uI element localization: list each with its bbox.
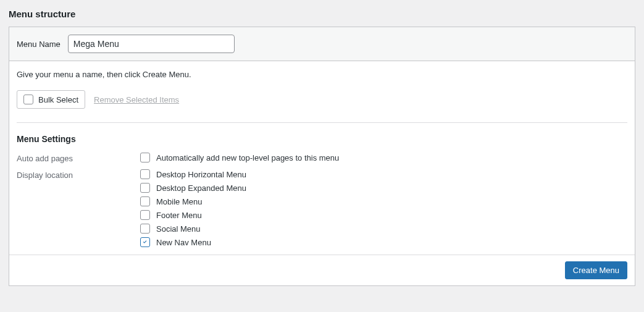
display-location-option[interactable]: New Nav Menu	[140, 237, 246, 247]
display-location-option[interactable]: Mobile Menu	[140, 196, 246, 206]
separator	[17, 122, 627, 123]
auto-add-option-label: Automatically add new top-level pages to…	[156, 153, 339, 162]
panel-body: Give your menu a name, then click Create…	[9, 61, 635, 255]
auto-add-control: Automatically add new top-level pages to…	[140, 153, 339, 162]
auto-add-row: Auto add pages Automatically add new top…	[17, 153, 627, 163]
intro-text: Give your menu a name, then click Create…	[17, 70, 627, 79]
display-location-checkbox[interactable]	[140, 196, 150, 206]
display-location-row: Display location Desktop Horizontal Menu…	[17, 169, 627, 247]
display-location-option-label: Desktop Horizontal Menu	[156, 170, 246, 179]
display-location-checkbox[interactable]	[140, 237, 150, 247]
menu-settings-title: Menu Settings	[17, 134, 627, 144]
display-location-checkbox[interactable]	[140, 183, 150, 193]
display-location-option-label: Footer Menu	[156, 211, 202, 220]
display-location-option[interactable]: Desktop Horizontal Menu	[140, 169, 246, 179]
bulk-select-control[interactable]: Bulk Select	[17, 90, 85, 109]
display-location-control: Desktop Horizontal MenuDesktop Expanded …	[140, 169, 246, 247]
display-location-option-label: New Nav Menu	[156, 238, 211, 247]
auto-add-option[interactable]: Automatically add new top-level pages to…	[140, 153, 339, 162]
auto-add-label: Auto add pages	[17, 153, 140, 163]
auto-add-checkbox[interactable]	[140, 153, 150, 162]
display-location-option[interactable]: Footer Menu	[140, 210, 246, 220]
display-location-option-label: Social Menu	[156, 224, 201, 234]
display-location-option-label: Mobile Menu	[156, 197, 202, 206]
display-location-checkbox[interactable]	[140, 169, 150, 179]
menu-name-input[interactable]	[68, 35, 235, 53]
bulk-select-checkbox[interactable]	[23, 95, 33, 104]
panel-header: Menu Name	[9, 27, 635, 61]
display-location-checkbox[interactable]	[140, 210, 150, 220]
display-location-checkbox[interactable]	[140, 224, 150, 234]
bulk-row: Bulk Select Remove Selected Items	[17, 90, 627, 109]
page-title: Menu structure	[9, 9, 635, 19]
display-location-label: Display location	[17, 169, 140, 180]
menu-name-label: Menu Name	[17, 40, 61, 49]
display-location-option[interactable]: Social Menu	[140, 224, 246, 234]
display-location-option[interactable]: Desktop Expanded Menu	[140, 183, 246, 193]
panel-footer: Create Menu	[9, 255, 635, 285]
menu-structure-panel: Menu Name Give your menu a name, then cl…	[9, 27, 635, 286]
display-location-option-label: Desktop Expanded Menu	[156, 183, 246, 193]
bulk-select-label: Bulk Select	[38, 95, 78, 104]
remove-selected-link: Remove Selected Items	[94, 95, 179, 104]
create-menu-button[interactable]: Create Menu	[565, 261, 627, 279]
